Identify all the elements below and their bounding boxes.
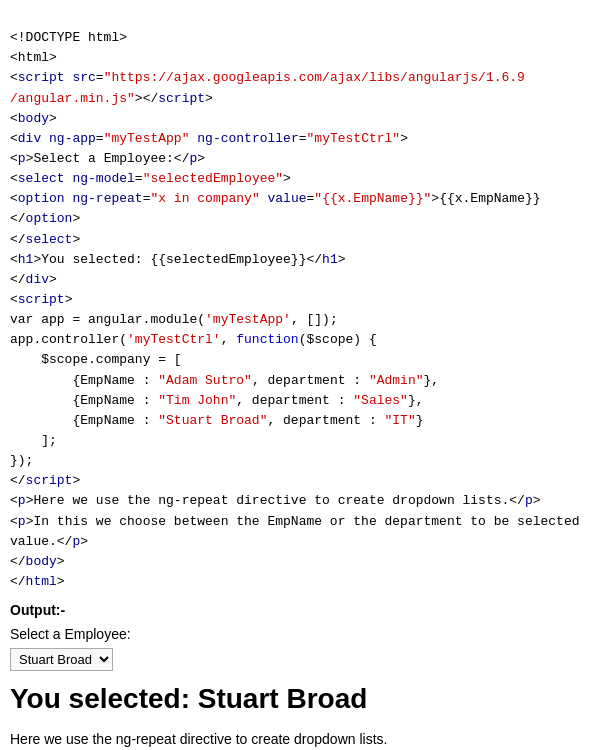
output-label: Output:- bbox=[10, 602, 587, 618]
employee-select[interactable]: Adam Sutro Tim John Stuart Broad bbox=[10, 648, 113, 671]
select-label: Select a Employee: bbox=[10, 626, 587, 642]
code-section: <!DOCTYPE html> <html> <script src="http… bbox=[10, 8, 587, 592]
desc1: Here we use the ng-repeat directive to c… bbox=[10, 729, 587, 750]
select-wrapper[interactable]: Adam Sutro Tim John Stuart Broad bbox=[10, 648, 587, 671]
you-selected-heading: You selected: Stuart Broad bbox=[10, 683, 587, 715]
